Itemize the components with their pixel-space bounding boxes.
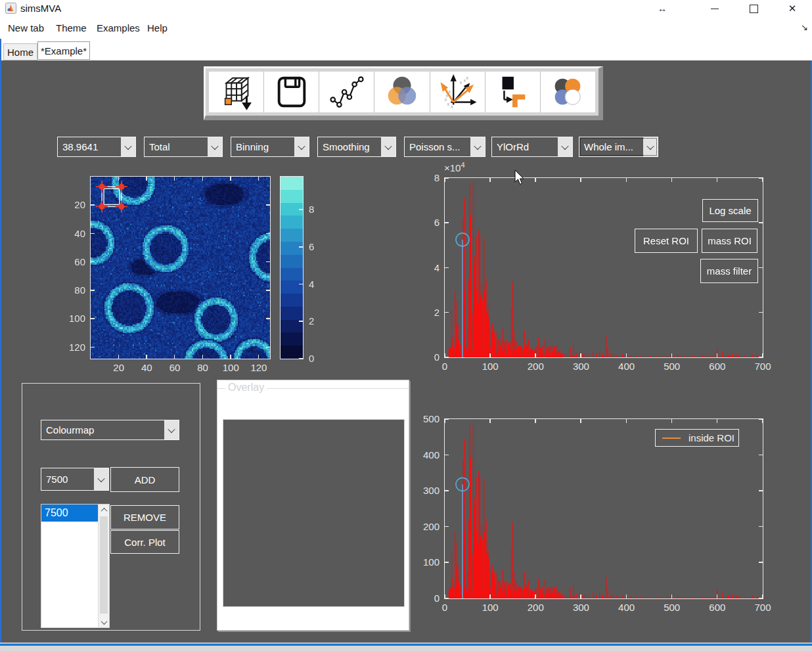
tick: 500 bbox=[654, 602, 690, 613]
chevron-down-icon[interactable] bbox=[121, 137, 135, 156]
titlebar[interactable]: simsMVA ↔ ✕ bbox=[0, 0, 812, 17]
chevron-down-icon[interactable] bbox=[208, 137, 222, 156]
menu-examples[interactable]: Examples bbox=[95, 17, 141, 39]
add-button[interactable]: ADD bbox=[110, 467, 179, 492]
tick: 100 bbox=[409, 556, 440, 568]
mass-filter-button[interactable]: mass filter bbox=[700, 259, 758, 283]
resize-arrows-icon: ↔ bbox=[650, 0, 674, 17]
mass-listbox[interactable]: 7500 bbox=[41, 504, 110, 628]
tick: 2 bbox=[309, 315, 314, 326]
tick bbox=[535, 178, 536, 182]
mass-roi-button[interactable]: mass ROI bbox=[702, 229, 757, 253]
scrollbar-thumb[interactable] bbox=[100, 516, 108, 614]
tick: 120 bbox=[240, 362, 277, 373]
biplot-axes-icon[interactable]: xx xx xx xx bbox=[430, 72, 485, 112]
maximize-button[interactable] bbox=[740, 0, 767, 17]
tick bbox=[759, 267, 763, 269]
legend-line-sample bbox=[662, 438, 681, 439]
tick bbox=[444, 178, 445, 182]
tick bbox=[626, 419, 627, 423]
mass-value-dropdown[interactable]: 38.9641 bbox=[57, 137, 136, 157]
cluster-flower-icon[interactable] bbox=[541, 72, 595, 112]
region-dropdown[interactable]: Whole im... bbox=[579, 137, 658, 157]
chevron-down-icon[interactable] bbox=[643, 137, 658, 156]
tick bbox=[91, 318, 95, 319]
tick bbox=[91, 204, 95, 206]
smoothing-dropdown[interactable]: Smoothing bbox=[317, 137, 396, 157]
tick bbox=[266, 233, 270, 235]
close-button[interactable]: ✕ bbox=[779, 0, 805, 17]
image-roi-icon[interactable] bbox=[485, 72, 541, 112]
tab-home[interactable]: Home bbox=[3, 43, 37, 60]
tick bbox=[717, 178, 718, 182]
chevron-down-icon[interactable] bbox=[470, 137, 485, 156]
tick bbox=[626, 178, 627, 182]
tick: 6 bbox=[409, 217, 440, 228]
tick bbox=[118, 177, 120, 181]
menu-new-tab[interactable]: New tab bbox=[7, 17, 45, 39]
tick bbox=[91, 233, 95, 235]
app-window: { "window": {"title": "simsMVA"}, "menu"… bbox=[0, 0, 812, 651]
chevron-down-icon[interactable] bbox=[164, 420, 179, 439]
ion-image-plot[interactable]: 2040608010012020406080100120 bbox=[90, 176, 271, 359]
tick bbox=[759, 222, 763, 223]
mass-add-dropdown[interactable]: 7500 bbox=[41, 468, 109, 491]
toolbar: xx xx xx xx bbox=[204, 66, 603, 120]
tick bbox=[759, 418, 763, 420]
tick: 100 bbox=[55, 313, 85, 324]
reset-roi-button[interactable]: Reset ROI bbox=[635, 229, 698, 253]
overlay-image-area bbox=[223, 419, 405, 607]
tick bbox=[489, 595, 491, 598]
tick bbox=[445, 177, 449, 179]
window-edge bbox=[0, 646, 812, 651]
tick bbox=[266, 318, 270, 319]
ion-image-canvas[interactable] bbox=[91, 177, 270, 359]
tick bbox=[580, 178, 581, 182]
channel-dropdown[interactable]: Total bbox=[144, 137, 223, 157]
scroll-up-icon[interactable] bbox=[99, 505, 109, 515]
tab-example[interactable]: *Example* bbox=[37, 41, 90, 60]
chevron-down-icon[interactable] bbox=[94, 468, 108, 490]
tick: 400 bbox=[608, 361, 645, 372]
chevron-down-icon[interactable] bbox=[294, 137, 309, 156]
tick: 200 bbox=[517, 361, 554, 372]
tick bbox=[580, 595, 581, 598]
tick bbox=[762, 419, 763, 423]
scroll-down-icon[interactable] bbox=[99, 617, 109, 627]
tick bbox=[759, 312, 763, 313]
tick bbox=[671, 595, 673, 598]
window-edge bbox=[0, 60, 1, 642]
menu-theme[interactable]: Theme bbox=[55, 17, 88, 39]
tick: 300 bbox=[562, 361, 599, 372]
menu-help[interactable]: Help bbox=[146, 17, 169, 39]
tick bbox=[445, 490, 449, 491]
minimize-button[interactable] bbox=[702, 0, 728, 17]
tick: 700 bbox=[744, 602, 781, 613]
listbox-scrollbar[interactable] bbox=[98, 505, 109, 627]
tick bbox=[202, 355, 204, 359]
tick bbox=[580, 353, 581, 357]
tick bbox=[445, 312, 449, 313]
remove-button[interactable]: REMOVE bbox=[110, 505, 179, 529]
tick: 60 bbox=[55, 256, 85, 267]
datacube-export-icon[interactable] bbox=[209, 72, 264, 112]
chevron-down-icon[interactable] bbox=[558, 137, 572, 156]
venn-overlay-icon[interactable] bbox=[374, 72, 430, 112]
log-scale-button[interactable]: Log scale bbox=[702, 199, 758, 222]
colorbar-gradient bbox=[281, 177, 303, 359]
tick: 400 bbox=[409, 449, 440, 460]
chevron-down-icon[interactable] bbox=[381, 137, 395, 156]
spectrum-plot-icon[interactable] bbox=[319, 72, 374, 112]
corr-plot-button[interactable]: Corr. Plot bbox=[110, 530, 179, 554]
tick bbox=[671, 353, 673, 357]
colormap-name-dropdown[interactable]: YlOrRd bbox=[491, 137, 573, 157]
tick: 100 bbox=[472, 602, 508, 613]
save-icon[interactable] bbox=[264, 72, 319, 112]
tick: 80 bbox=[55, 284, 85, 296]
colorbar: 02468 bbox=[280, 176, 304, 359]
colourmap-dropdown[interactable]: Colourmap bbox=[41, 420, 179, 440]
binning-dropdown[interactable]: Binning bbox=[231, 137, 309, 157]
poisson-scaling-dropdown[interactable]: Poisson s... bbox=[404, 137, 485, 157]
tick bbox=[146, 355, 147, 359]
tick bbox=[258, 177, 259, 181]
